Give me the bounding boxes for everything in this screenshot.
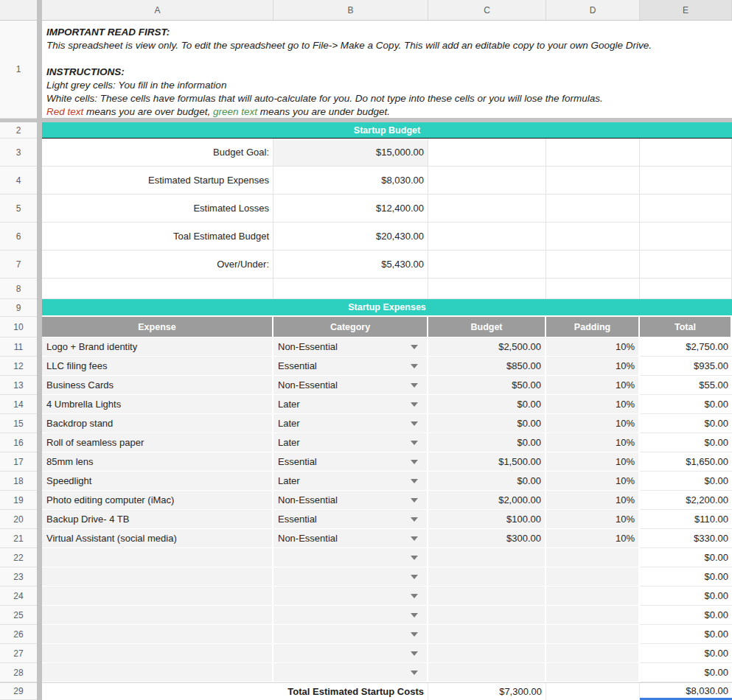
budget-cell[interactable]: $50.00 — [428, 376, 546, 395]
dropdown-arrow-icon[interactable] — [411, 613, 418, 617]
total-cell[interactable]: $0.00 — [640, 644, 732, 663]
budget-label-cell[interactable]: Estimated Losses — [42, 195, 273, 223]
budget-value-cell[interactable]: $8,030.00 — [273, 167, 428, 195]
expense-cell[interactable]: 85mm lens — [42, 452, 273, 472]
dropdown-arrow-icon[interactable] — [411, 575, 418, 579]
cell[interactable] — [546, 195, 640, 223]
category-dropdown-cell[interactable]: Later — [273, 395, 428, 414]
expense-cell[interactable]: Roll of seamless paper — [42, 433, 273, 452]
row-number[interactable]: 8 — [0, 279, 42, 299]
startup-budget-title[interactable]: Startup Budget — [42, 122, 732, 139]
budget-cell[interactable] — [428, 548, 546, 567]
budget-label-cell[interactable]: Estimated Startup Expenses — [42, 167, 273, 195]
row-number[interactable]: 2 — [0, 122, 42, 139]
total-label[interactable]: Total Estimated Startup Costs — [42, 683, 428, 700]
padding-cell[interactable] — [546, 644, 640, 663]
row-number[interactable]: 27 — [0, 644, 42, 663]
dropdown-arrow-icon[interactable] — [411, 364, 418, 368]
padding-cell[interactable]: 10% — [546, 414, 640, 433]
expense-cell[interactable]: Business Cards — [42, 376, 273, 395]
grand-total[interactable]: $8,030.00 — [640, 683, 732, 700]
budget-cell[interactable]: $0.00 — [428, 414, 546, 433]
cell[interactable] — [428, 251, 546, 279]
row-number[interactable]: 25 — [0, 606, 42, 625]
dropdown-arrow-icon[interactable] — [411, 345, 418, 349]
category-dropdown-cell[interactable]: Non-Essential — [273, 529, 428, 548]
row-number[interactable]: 17 — [0, 452, 42, 472]
row-number[interactable]: 12 — [0, 357, 42, 376]
cell[interactable] — [428, 223, 546, 251]
row-number[interactable]: 16 — [0, 433, 42, 452]
expense-cell[interactable] — [42, 644, 273, 663]
dropdown-arrow-icon[interactable] — [411, 556, 418, 560]
cell[interactable] — [640, 279, 732, 299]
dropdown-arrow-icon[interactable] — [411, 402, 418, 407]
row-number[interactable]: 5 — [0, 195, 42, 223]
dropdown-arrow-icon[interactable] — [411, 460, 418, 464]
padding-cell[interactable]: 10% — [546, 337, 640, 357]
padding-cell[interactable]: 10% — [546, 357, 640, 376]
padding-cell[interactable] — [546, 606, 640, 625]
padding-cell[interactable]: 10% — [546, 376, 640, 395]
budget-label-cell[interactable]: Toal Estimated Budget — [42, 223, 273, 251]
budget-cell[interactable]: $300.00 — [428, 529, 546, 548]
header-total[interactable]: Total — [640, 317, 732, 337]
cell[interactable] — [428, 167, 546, 195]
budget-cell[interactable]: $2,000.00 — [428, 491, 546, 510]
category-dropdown-cell[interactable] — [273, 587, 428, 606]
budget-cell[interactable]: $2,500.00 — [428, 337, 546, 357]
total-cell[interactable]: $0.00 — [640, 433, 732, 452]
header-category[interactable]: Category — [273, 317, 428, 337]
padding-cell[interactable] — [546, 567, 640, 587]
column-header-d[interactable]: D — [546, 0, 640, 20]
cell[interactable] — [546, 139, 640, 167]
cell[interactable] — [640, 223, 732, 251]
category-dropdown-cell[interactable] — [273, 625, 428, 644]
dropdown-arrow-icon[interactable] — [411, 594, 418, 598]
cell[interactable] — [640, 139, 732, 167]
column-header-b[interactable]: B — [273, 0, 428, 20]
row-number[interactable]: 9 — [0, 299, 42, 317]
budget-value-cell[interactable]: $15,000.00 — [273, 139, 428, 167]
category-dropdown-cell[interactable] — [273, 644, 428, 663]
expense-cell[interactable]: Backup Drive- 4 TB — [42, 510, 273, 529]
expense-cell[interactable] — [42, 606, 273, 625]
expense-cell[interactable] — [42, 567, 273, 587]
expense-cell[interactable] — [42, 548, 273, 567]
cell[interactable] — [546, 683, 640, 700]
budget-cell[interactable] — [428, 567, 546, 587]
cell[interactable] — [546, 279, 640, 299]
total-cell[interactable]: $0.00 — [640, 567, 732, 587]
column-header-a[interactable]: A — [42, 0, 273, 20]
total-cell[interactable]: $0.00 — [640, 625, 732, 644]
dropdown-arrow-icon[interactable] — [411, 383, 418, 388]
row-number[interactable]: 13 — [0, 376, 42, 395]
expense-cell[interactable] — [42, 587, 273, 606]
budget-cell[interactable]: $850.00 — [428, 357, 546, 376]
total-cell[interactable]: $0.00 — [640, 472, 732, 491]
category-dropdown-cell[interactable] — [273, 663, 428, 682]
category-dropdown-cell[interactable]: Non-Essential — [273, 337, 428, 357]
expense-cell[interactable]: Photo editing computer (iMac) — [42, 491, 273, 510]
expense-cell[interactable]: 4 Umbrella Lights — [42, 395, 273, 414]
row-number[interactable]: 14 — [0, 395, 42, 414]
select-all-corner[interactable] — [0, 0, 42, 20]
dropdown-arrow-icon[interactable] — [411, 479, 418, 483]
budget-cell[interactable]: $0.00 — [428, 395, 546, 414]
expense-cell[interactable]: Virtual Assistant (social media) — [42, 529, 273, 548]
budget-cell[interactable] — [428, 644, 546, 663]
budget-cell[interactable] — [428, 606, 546, 625]
total-cell[interactable]: $0.00 — [640, 414, 732, 433]
category-dropdown-cell[interactable]: Later — [273, 414, 428, 433]
budget-cell[interactable] — [428, 663, 546, 682]
budget-value-cell[interactable]: $20,430.00 — [273, 223, 428, 251]
cell[interactable] — [428, 139, 546, 167]
row-number[interactable]: 19 — [0, 491, 42, 510]
cell[interactable] — [546, 251, 640, 279]
budget-cell[interactable]: $0.00 — [428, 472, 546, 491]
category-dropdown-cell[interactable] — [273, 548, 428, 567]
category-dropdown-cell[interactable]: Later — [273, 472, 428, 491]
row-number[interactable]: 7 — [0, 251, 42, 279]
header-expense[interactable]: Expense — [42, 317, 273, 337]
padding-cell[interactable] — [546, 548, 640, 567]
